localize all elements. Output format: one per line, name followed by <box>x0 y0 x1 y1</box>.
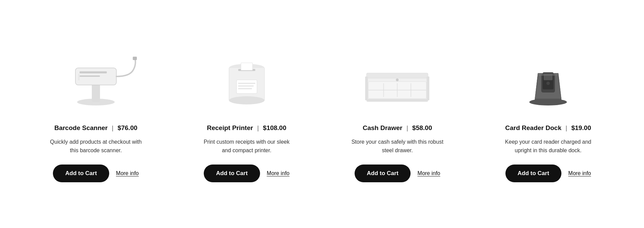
product-image-cash-drawer <box>332 46 463 114</box>
product-actions-barcode-scanner: Add to Cart More info <box>53 165 139 182</box>
products-grid: Barcode Scanner | $76.00 Quickly add pro… <box>0 39 644 189</box>
svg-rect-3 <box>80 71 107 73</box>
product-description-cash-drawer: Store your cash safely with this robust … <box>349 138 445 155</box>
product-separator-receipt-printer: | <box>257 124 259 132</box>
product-name-receipt-printer: Receipt Printer <box>207 124 253 132</box>
product-image-barcode-scanner <box>31 46 161 114</box>
product-description-barcode-scanner: Quickly add products at checkout with th… <box>48 138 144 155</box>
product-name-cash-drawer: Cash Drawer <box>363 124 402 132</box>
product-title-row-card-reader-dock: Card Reader Dock | $19.00 <box>505 124 591 132</box>
svg-rect-19 <box>367 73 428 78</box>
svg-marker-36 <box>538 73 558 76</box>
svg-rect-12 <box>237 80 257 94</box>
product-actions-receipt-printer: Add to Cart More info <box>204 165 289 182</box>
product-card-barcode-scanner: Barcode Scanner | $76.00 Quickly add pro… <box>20 46 171 182</box>
product-name-barcode-scanner: Barcode Scanner <box>54 124 108 132</box>
product-price-card-reader-dock: $19.00 <box>571 124 591 132</box>
product-separator-cash-drawer: | <box>406 124 408 132</box>
svg-rect-5 <box>133 57 137 60</box>
more-info-button-receipt-printer[interactable]: More info <box>267 170 290 176</box>
svg-rect-4 <box>80 75 100 77</box>
svg-point-35 <box>546 82 550 85</box>
product-image-receipt-printer <box>182 46 312 114</box>
product-price-receipt-printer: $108.00 <box>263 124 286 132</box>
add-to-cart-button-card-reader-dock[interactable]: Add to Cart <box>505 165 562 182</box>
svg-rect-6 <box>78 74 80 81</box>
svg-point-25 <box>396 79 399 81</box>
product-title-row-barcode-scanner: Barcode Scanner | $76.00 <box>54 124 137 132</box>
svg-rect-28 <box>367 99 428 102</box>
product-card-cash-drawer: Cash Drawer | $58.00 Store your cash saf… <box>322 46 473 182</box>
add-to-cart-button-receipt-printer[interactable]: Add to Cart <box>204 165 260 182</box>
add-to-cart-button-barcode-scanner[interactable]: Add to Cart <box>53 165 109 182</box>
more-info-button-barcode-scanner[interactable]: More info <box>116 170 139 176</box>
more-info-button-card-reader-dock[interactable]: More info <box>568 170 591 176</box>
add-to-cart-button-cash-drawer[interactable]: Add to Cart <box>355 165 411 182</box>
svg-rect-27 <box>427 76 429 100</box>
product-title-row-cash-drawer: Cash Drawer | $58.00 <box>363 124 432 132</box>
svg-point-9 <box>229 96 264 104</box>
product-price-barcode-scanner: $76.00 <box>117 124 137 132</box>
product-card-receipt-printer: Receipt Printer | $108.00 Print custom r… <box>171 46 322 182</box>
product-description-receipt-printer: Print custom receipts with our sleek and… <box>199 138 295 155</box>
more-info-button-cash-drawer[interactable]: More info <box>417 170 440 176</box>
product-price-cash-drawer: $58.00 <box>412 124 432 132</box>
product-title-row-receipt-printer: Receipt Printer | $108.00 <box>207 124 286 132</box>
product-description-card-reader-dock: Keep your card reader charged and uprigh… <box>500 138 596 155</box>
svg-marker-31 <box>534 99 562 102</box>
product-actions-cash-drawer: Add to Cart More info <box>355 165 440 182</box>
svg-rect-26 <box>365 76 368 100</box>
product-card-card-reader-dock: Card Reader Dock | $19.00 Keep your card… <box>473 46 624 182</box>
product-name-card-reader-dock: Card Reader Dock <box>505 124 561 132</box>
product-image-card-reader-dock <box>483 46 613 114</box>
product-separator-barcode-scanner: | <box>112 124 113 132</box>
product-actions-card-reader-dock: Add to Cart More info <box>505 165 591 182</box>
product-separator-card-reader-dock: | <box>566 124 567 132</box>
svg-rect-17 <box>241 63 253 70</box>
